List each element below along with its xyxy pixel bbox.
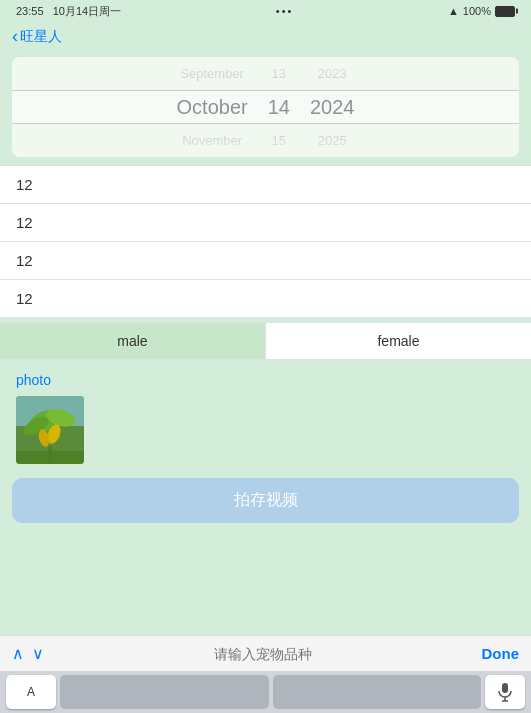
input-row-2: [0, 204, 531, 242]
back-label: 旺星人: [20, 28, 62, 46]
svg-rect-9: [502, 683, 508, 693]
arrow-down-icon[interactable]: ∨: [32, 644, 44, 663]
status-dots: •••: [276, 5, 294, 17]
status-bar: 23:55 10月14日周一 ••• ▲ 100%: [0, 0, 531, 22]
svg-rect-8: [16, 451, 84, 464]
input-field-4[interactable]: [16, 290, 515, 307]
bottom-toolbar: ∧ ∨ Done A: [0, 635, 531, 713]
key-space2[interactable]: [273, 675, 482, 709]
day-below: 15: [272, 124, 286, 157]
status-right: ▲ 100%: [448, 5, 515, 17]
battery-icon: [495, 6, 515, 17]
camera-button-container: 拍存视频: [0, 468, 531, 533]
camera-button[interactable]: 拍存视频: [12, 478, 519, 523]
input-field-1[interactable]: [16, 176, 515, 193]
photo-section: photo: [0, 360, 531, 468]
done-button[interactable]: Done: [482, 645, 520, 662]
input-field-2[interactable]: [16, 214, 515, 231]
chevron-left-icon: ‹: [12, 26, 18, 47]
gender-selector: male female: [0, 322, 531, 360]
nav-bar: ‹ 旺星人: [0, 22, 531, 53]
bottom-input-bar: ∧ ∨ Done: [0, 636, 531, 671]
keyboard-row: A: [0, 671, 531, 713]
gender-female[interactable]: female: [266, 323, 531, 359]
day-above: 13: [272, 57, 286, 90]
status-time: 23:55 10月14日周一: [16, 4, 121, 19]
bottom-search-input[interactable]: [52, 646, 474, 662]
input-row-3: [0, 242, 531, 280]
photo-label[interactable]: photo: [16, 372, 515, 388]
year-above: 2023: [318, 57, 347, 90]
year-below: 2025: [318, 124, 347, 157]
back-button[interactable]: ‹ 旺星人: [12, 26, 62, 47]
gender-male[interactable]: male: [0, 323, 266, 359]
key-abc[interactable]: A: [6, 675, 56, 709]
photo-thumbnail[interactable]: [16, 396, 84, 464]
input-row-4: [0, 280, 531, 318]
input-field-3[interactable]: [16, 252, 515, 269]
month-above: September: [180, 57, 244, 90]
input-section: [0, 165, 531, 318]
nav-arrows: ∧ ∨: [12, 644, 44, 663]
key-space[interactable]: [60, 675, 269, 709]
picker-highlight: [12, 90, 519, 124]
date-picker[interactable]: September October November 13 14 15 2023…: [12, 57, 519, 157]
plant-image: [16, 396, 84, 464]
input-row-1: [0, 165, 531, 204]
key-mic[interactable]: [485, 675, 525, 709]
month-below: November: [182, 124, 242, 157]
arrow-up-icon[interactable]: ∧: [12, 644, 24, 663]
wifi-icon: ▲: [448, 5, 459, 17]
